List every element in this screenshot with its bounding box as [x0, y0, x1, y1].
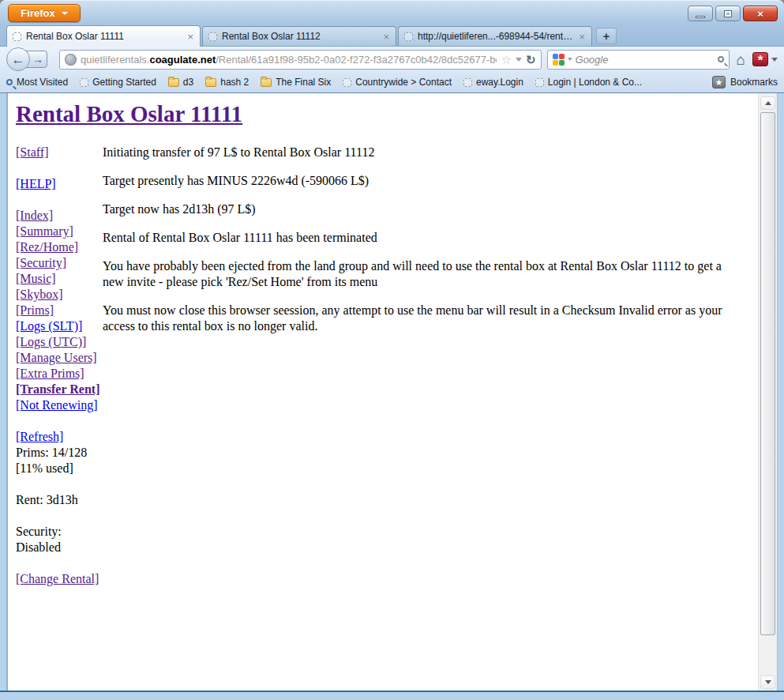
scroll-down-icon: [765, 680, 771, 684]
sidebar-link[interactable]: [Transfer Rent]: [16, 382, 100, 397]
sidebar-link[interactable]: [Music]: [16, 271, 56, 287]
bookmark-label: The Final Six: [276, 77, 331, 88]
web-page: Rental Box Oslar 11111 [Staff][HELP][Ind…: [8, 93, 758, 691]
bookmarks-menu-label: Bookmarks: [730, 77, 778, 88]
firefox-menu-button[interactable]: Firefox: [8, 4, 81, 22]
chevron-down-icon: [62, 12, 68, 15]
sidebar-link[interactable]: [Staff]: [16, 145, 48, 160]
bookmark-item[interactable]: Login | London & Co...: [535, 77, 642, 88]
tab-bar: Rental Box Oslar 11111×Rental Box Oslar …: [0, 24, 784, 46]
scroll-down-button[interactable]: [760, 676, 775, 689]
search-icon[interactable]: [718, 56, 724, 62]
scrollbar-thumb[interactable]: [760, 112, 775, 635]
sidebar-group: [Staff]: [16, 145, 103, 160]
search-engine-dropdown-icon[interactable]: [568, 58, 572, 61]
bookmark-label: eway.Login: [476, 77, 523, 88]
bookmark-item[interactable]: eway.Login: [463, 77, 523, 88]
back-icon: ←: [12, 53, 25, 66]
bookmark-label: Login | London & Co...: [548, 77, 642, 88]
bookmark-item[interactable]: d3: [168, 77, 193, 88]
scroll-up-icon: [765, 101, 771, 105]
back-button[interactable]: ←: [6, 47, 30, 71]
sidebar-group: [HELP]: [16, 176, 103, 192]
window-left-border: [0, 93, 8, 691]
sidebar-link[interactable]: [Rez/Home]: [16, 239, 78, 255]
bookmark-item[interactable]: Most Visited: [6, 77, 68, 88]
google-logo-icon[interactable]: [553, 54, 565, 66]
close-button[interactable]: ×: [743, 6, 778, 21]
bookmark-label: hash 2: [220, 77, 249, 88]
lastpass-extension-button[interactable]: *: [752, 52, 778, 66]
minimize-icon: [696, 16, 705, 18]
page-title[interactable]: Rental Box Oslar 11111: [16, 101, 242, 127]
sidebar-group: [Refresh]Prims: 14/128[11% used]: [16, 429, 103, 476]
vertical-scrollbar[interactable]: [758, 93, 777, 691]
close-icon: ×: [757, 8, 763, 20]
sidebar-link[interactable]: [Summary]: [16, 224, 73, 239]
tab[interactable]: http://quietliferen...-698944-54/rentals…: [398, 26, 592, 46]
bookmark-star-icon[interactable]: ☆: [501, 54, 511, 66]
page-placeholder-icon: [535, 78, 544, 87]
scroll-up-button[interactable]: [760, 96, 775, 110]
search-input[interactable]: [576, 54, 715, 66]
bookmark-label: Getting Started: [92, 77, 156, 88]
page-placeholder-icon: [463, 78, 472, 87]
page-body: [Staff][HELP][Index][Summary][Rez/Home][…: [16, 145, 753, 603]
tab-favicon-placeholder-icon: [208, 32, 217, 41]
site-identity-globe-icon[interactable]: [65, 54, 77, 66]
tab-close-icon[interactable]: ×: [382, 32, 390, 42]
new-tab-button[interactable]: +: [596, 28, 617, 44]
sidebar-link[interactable]: [Logs (SLT)]: [16, 318, 82, 334]
bookmark-item[interactable]: Getting Started: [80, 77, 156, 88]
firefox-menu-label: Firefox: [21, 7, 54, 19]
tab-favicon-placeholder-icon: [13, 32, 21, 41]
tab-favicon-placeholder-icon: [404, 32, 413, 41]
window-right-border: [777, 93, 784, 691]
tab-close-icon[interactable]: ×: [578, 32, 586, 42]
sidebar-link[interactable]: [Prims]: [16, 303, 54, 318]
home-button[interactable]: ⌂: [735, 52, 747, 67]
tab-close-icon[interactable]: ×: [186, 32, 194, 42]
page-placeholder-icon: [80, 78, 88, 87]
sidebar: [Staff][HELP][Index][Summary][Rez/Home][…: [16, 145, 103, 603]
tab[interactable]: Rental Box Oslar 11112×: [202, 26, 396, 46]
sidebar-group: Rent: 3d13h: [16, 492, 103, 508]
sidebar-link[interactable]: [Manage Users]: [16, 350, 97, 366]
minimize-button[interactable]: [688, 6, 713, 21]
url-text[interactable]: quietliferentals.coagulate.net/Rental/61…: [81, 54, 497, 66]
sidebar-link[interactable]: [Index]: [16, 208, 53, 224]
sidebar-group: [Index][Summary][Rez/Home][Security][Mus…: [16, 208, 103, 413]
bookmark-item[interactable]: The Final Six: [261, 77, 331, 88]
tab[interactable]: Rental Box Oslar 11111×: [6, 25, 201, 47]
sidebar-text: [11% used]: [16, 461, 103, 476]
forward-icon: →: [32, 54, 43, 65]
sidebar-group: [Change Rental]: [16, 571, 103, 587]
sidebar-link[interactable]: [Change Rental]: [16, 571, 99, 587]
sidebar-link[interactable]: [Extra Prims]: [16, 366, 84, 382]
sidebar-link[interactable]: [Refresh]: [16, 429, 63, 445]
reload-button[interactable]: ↻: [526, 54, 536, 66]
folder-icon: [205, 78, 216, 87]
url-bar[interactable]: quietliferentals.coagulate.net/Rental/61…: [59, 50, 542, 70]
lastpass-dropdown-icon[interactable]: [771, 58, 778, 62]
url-dropdown-icon[interactable]: [516, 58, 522, 62]
sidebar-link[interactable]: [HELP]: [16, 176, 56, 192]
message: You must now close this browser seession…: [103, 303, 744, 334]
search-bar[interactable]: [547, 50, 730, 70]
sidebar-group: Security:Disabled: [16, 524, 103, 555]
sidebar-link[interactable]: [Skybox]: [16, 287, 63, 303]
browser-window: Firefox × Rental Box Oslar 11111×Rental …: [0, 0, 784, 700]
message: Target now has 2d13h (97 L$): [103, 201, 744, 217]
page-placeholder-icon: [343, 78, 351, 87]
sidebar-link[interactable]: [Not Renewing]: [16, 397, 98, 413]
bookmarks-menu-button[interactable]: ★ Bookmarks: [712, 76, 778, 88]
sidebar-link[interactable]: [Security]: [16, 255, 66, 271]
sidebar-link[interactable]: [Logs (UTC)]: [16, 334, 86, 350]
bookmark-item[interactable]: Countrywide > Contact: [343, 77, 452, 88]
bookmark-label: d3: [183, 77, 193, 88]
maximize-button[interactable]: [715, 6, 741, 21]
message: You have probably been ejected from the …: [103, 258, 744, 290]
bookmark-item[interactable]: hash 2: [205, 77, 249, 88]
tab-label: Rental Box Oslar 11111: [26, 31, 182, 42]
history-buttons: ← →: [6, 47, 54, 71]
